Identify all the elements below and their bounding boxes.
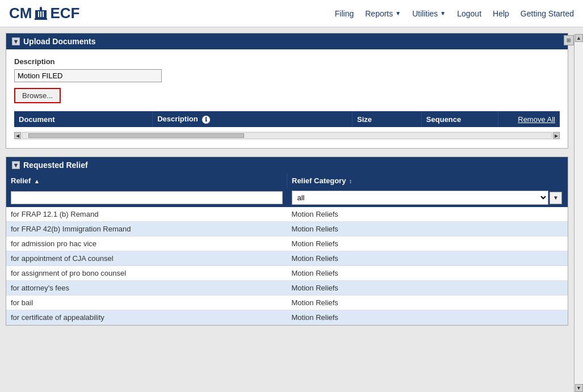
scroll-right-arrow[interactable]: ▶ — [553, 132, 560, 139]
fullscreen-button[interactable]: ⊞ — [564, 35, 574, 45]
relief-cell: for admission pro hac vice — [6, 237, 287, 251]
upload-panel-body: Description Browse... Document Descripti… — [6, 49, 568, 148]
logo: CM ECF — [9, 5, 79, 22]
category-dropdown-btn[interactable]: ▼ — [550, 192, 562, 204]
logo-ecf: ECF — [50, 5, 79, 22]
relief-panel-header: ▼ Requested Relief — [6, 157, 568, 173]
description-input[interactable] — [14, 69, 162, 82]
relief-header-row: Relief ▲ Relief Category ↕ — [6, 173, 568, 188]
relief-cell: for FRAP 42(b) Immigration Remand — [6, 222, 287, 237]
table-row[interactable]: for assignment of pro bono counselMotion… — [6, 266, 568, 281]
scroll-up-arrow[interactable]: ▲ — [575, 34, 583, 42]
main-content: ▼ Upload Documents Description Browse...… — [0, 27, 574, 385]
category-cell: Motion Reliefs — [287, 296, 568, 310]
utilities-dropdown-arrow: ▼ — [440, 10, 446, 16]
scroll-left-arrow[interactable]: ◀ — [14, 132, 21, 139]
col-document: Document — [14, 111, 153, 127]
upload-panel-header: ▼ Upload Documents — [6, 33, 568, 49]
col-sequence: Sequence — [421, 111, 498, 127]
logo-cm: CM — [9, 5, 32, 22]
col-relief[interactable]: Relief ▲ — [6, 173, 287, 188]
content-padding: ▼ Upload Documents Description Browse...… — [0, 27, 574, 339]
table-row[interactable]: for attorney's feesMotion Reliefs — [6, 281, 568, 296]
table-row[interactable]: for FRAP 42(b) Immigration RemandMotion … — [6, 222, 568, 237]
relief-cell: for attorney's fees — [6, 281, 287, 296]
category-select-wrapper: all Motion Reliefs Other ▼ — [292, 191, 564, 205]
col-relief-category[interactable]: Relief Category ↕ — [287, 173, 568, 188]
table-row[interactable]: for FRAP 12.1 (b) RemandMotion Reliefs — [6, 207, 568, 222]
nav-reports-dropdown[interactable]: Reports ▼ — [365, 9, 401, 18]
navigation: Filing Reports ▼ Utilities ▼ Logout Help… — [335, 9, 574, 18]
scroll-down-arrow[interactable]: ▼ — [575, 384, 583, 392]
table-row[interactable]: for admission pro hac viceMotion Reliefs — [6, 237, 568, 251]
table-row[interactable]: for certificate of appealabilityMotion R… — [6, 310, 568, 325]
horizontal-scrollbar-thumb[interactable] — [28, 133, 244, 138]
documents-table: Document Description ℹ Size — [14, 111, 560, 130]
relief-panel-body: Relief ▲ Relief Category ↕ — [6, 173, 568, 325]
description-info-icon[interactable]: ℹ — [202, 116, 210, 124]
relief-collapse-icon[interactable]: ▼ — [12, 161, 20, 169]
nav-help[interactable]: Help — [493, 9, 509, 18]
category-cell: Motion Reliefs — [287, 237, 568, 251]
upload-collapse-icon[interactable]: ▼ — [12, 37, 20, 45]
relief-cell: for certificate of appealability — [6, 310, 287, 325]
relief-sort-icon: ▲ — [34, 178, 40, 184]
nav-utilities-label: Utilities — [412, 9, 438, 18]
browse-button[interactable]: Browse... — [14, 88, 61, 103]
horizontal-scrollbar-container: ◀ ▶ — [14, 131, 560, 140]
category-cell: Motion Reliefs — [287, 222, 568, 237]
relief-filter-row: all Motion Reliefs Other ▼ — [6, 188, 568, 207]
header: CM ECF Filing Reports ▼ Utilities ▼ — [0, 0, 583, 27]
category-sort-icon: ↕ — [349, 178, 352, 184]
upload-documents-panel: ▼ Upload Documents Description Browse...… — [6, 33, 568, 149]
relief-table-body: for FRAP 12.1 (b) RemandMotion Reliefsfo… — [6, 207, 568, 325]
outer-scrollbar: ▲ ▼ — [574, 34, 583, 392]
col-remove-all: Remove All — [498, 111, 560, 127]
category-cell: Motion Reliefs — [287, 281, 568, 296]
table-row[interactable]: for bailMotion Reliefs — [6, 296, 568, 310]
relief-cell: for FRAP 12.1 (b) Remand — [6, 207, 287, 222]
upload-panel-title: Upload Documents — [23, 37, 96, 46]
col-size: Size — [353, 111, 422, 127]
nav-getting-started[interactable]: Getting Started — [521, 9, 574, 18]
nav-logout[interactable]: Logout — [457, 9, 481, 18]
category-cell: Motion Reliefs — [287, 310, 568, 325]
relief-table: Relief ▲ Relief Category ↕ — [6, 173, 568, 325]
relief-filter-input[interactable] — [11, 191, 283, 204]
requested-relief-panel: ▼ Requested Relief Relief ▲ — [6, 157, 568, 326]
scroll-track — [575, 42, 583, 384]
relief-panel-title: Requested Relief — [23, 161, 88, 170]
relief-cell: for appointment of CJA counsel — [6, 251, 287, 266]
horizontal-scrollbar-track — [22, 132, 552, 139]
category-select[interactable]: all Motion Reliefs Other — [292, 191, 549, 205]
category-filter-cell: all Motion Reliefs Other ▼ — [287, 188, 568, 207]
relief-cell: for bail — [6, 296, 287, 310]
page-wrapper: CM ECF Filing Reports ▼ Utilities ▼ — [0, 0, 583, 392]
nav-filing[interactable]: Filing — [335, 9, 354, 18]
category-cell: Motion Reliefs — [287, 266, 568, 281]
nav-reports-label: Reports — [365, 9, 393, 18]
category-cell: Motion Reliefs — [287, 207, 568, 222]
reports-dropdown-arrow: ▼ — [395, 10, 401, 16]
category-cell: Motion Reliefs — [287, 251, 568, 266]
table-row[interactable]: for appointment of CJA counselMotion Rel… — [6, 251, 568, 266]
relief-cell: for assignment of pro bono counsel — [6, 266, 287, 281]
col-description: Description ℹ — [153, 111, 353, 127]
remove-all-button[interactable]: Remove All — [518, 115, 555, 124]
nav-utilities-dropdown[interactable]: Utilities ▼ — [412, 9, 446, 18]
description-label: Description — [14, 57, 560, 66]
empty-row — [14, 127, 560, 130]
logo-building-icon — [35, 7, 47, 20]
relief-filter-cell — [6, 188, 287, 207]
